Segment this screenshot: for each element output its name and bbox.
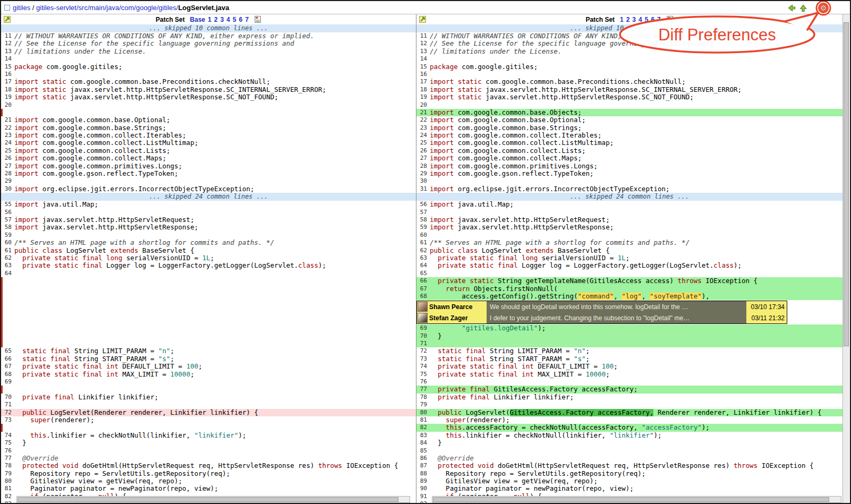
line-number[interactable]: 92 (418, 500, 430, 503)
line-number[interactable]: 61 (418, 239, 430, 246)
line-number[interactable]: 74 (418, 363, 430, 370)
breadcrumb-path-link[interactable]: gitiles-servlet/src/main/java/com/google… (36, 4, 178, 12)
line-number[interactable]: 75 (418, 371, 430, 378)
line-number[interactable]: 11 (3, 32, 14, 40)
line-number[interactable] (3, 293, 14, 300)
h-scrollbar-right[interactable] (432, 496, 841, 503)
line-number[interactable]: 25 (3, 147, 14, 155)
line-number[interactable]: 57 (418, 209, 430, 216)
line-number[interactable]: 13 (3, 48, 14, 55)
line-number[interactable]: 30 (3, 185, 14, 193)
line-number[interactable]: 70 (3, 394, 14, 401)
line-number[interactable]: 31 (418, 185, 430, 193)
line-number[interactable]: 21 (3, 116, 14, 124)
line-number[interactable]: 15 (3, 63, 14, 71)
line-number[interactable]: 86 (418, 455, 430, 462)
line-number[interactable] (3, 315, 14, 323)
line-number[interactable]: 27 (418, 155, 430, 162)
h-scrollbar-left-thumb[interactable] (18, 497, 398, 502)
line-number[interactable]: 89 (418, 477, 430, 485)
line-number[interactable]: 11 (418, 32, 430, 40)
line-number[interactable]: 63 (418, 254, 430, 262)
line-number[interactable] (3, 277, 14, 285)
line-number[interactable]: 67 (3, 363, 14, 370)
comment-summary-row[interactable]: Stefan ZagerI defer to your judgement. C… (417, 312, 787, 323)
line-number[interactable]: 29 (3, 177, 14, 185)
line-number[interactable]: 21 (418, 109, 430, 116)
line-number[interactable]: 69 (418, 324, 430, 332)
line-number[interactable]: 17 (418, 78, 430, 86)
line-number[interactable]: 28 (418, 163, 430, 170)
line-number[interactable]: 71 (3, 401, 14, 408)
line-number[interactable]: 67 (418, 285, 430, 293)
line-number[interactable]: 22 (418, 116, 430, 124)
line-number[interactable]: 12 (418, 40, 430, 47)
download-patch-icon[interactable] (254, 18, 261, 25)
line-number[interactable]: 57 (3, 216, 14, 224)
line-number[interactable]: 65 (3, 347, 14, 355)
breadcrumb-project-link[interactable]: gitiles (13, 4, 30, 12)
download-patch-icon[interactable] (667, 18, 674, 25)
line-number[interactable]: 16 (3, 71, 14, 78)
line-number[interactable]: 82 (418, 424, 430, 431)
line-number[interactable]: 56 (418, 201, 430, 208)
patchset-link-7[interactable]: 7 (245, 16, 249, 23)
line-number[interactable]: 64 (418, 262, 430, 269)
patchset-link-4[interactable]: 4 (226, 16, 230, 23)
line-number[interactable]: 79 (3, 470, 14, 477)
patchset-link-6[interactable]: 6 (239, 16, 243, 23)
line-number[interactable]: 24 (418, 132, 430, 139)
line-number[interactable]: 82 (3, 493, 14, 500)
line-number[interactable]: 76 (418, 378, 430, 386)
expand-column-icon[interactable] (419, 15, 427, 25)
line-number[interactable]: 73 (3, 416, 14, 424)
line-number[interactable]: 26 (418, 147, 430, 155)
patchset-link-2[interactable]: 2 (214, 16, 218, 23)
line-number[interactable]: 24 (3, 139, 14, 147)
line-number[interactable]: 60 (3, 239, 14, 246)
line-number[interactable]: 14 (418, 55, 430, 63)
line-number[interactable]: 61 (3, 247, 14, 254)
line-number[interactable]: 74 (3, 432, 14, 439)
line-number[interactable]: 59 (418, 224, 430, 231)
line-number[interactable]: 81 (418, 416, 430, 424)
patchset-link-3[interactable]: 3 (632, 16, 636, 23)
line-number[interactable]: 81 (3, 485, 14, 492)
line-number[interactable]: 68 (3, 371, 14, 378)
line-number[interactable]: 63 (3, 262, 14, 269)
line-number[interactable]: 76 (3, 447, 14, 455)
line-number[interactable]: 14 (3, 55, 14, 63)
h-scrollbar-left[interactable] (16, 496, 410, 503)
line-number[interactable]: 27 (3, 163, 14, 170)
line-number[interactable]: 70 (418, 332, 430, 340)
skipped-lines-expander[interactable]: ... skipped 24 common lines ... (1, 193, 416, 201)
line-number[interactable]: 59 (3, 232, 14, 239)
line-number[interactable]: 78 (418, 394, 430, 401)
reviewed-checkbox[interactable] (4, 5, 10, 11)
line-number[interactable]: 62 (418, 247, 430, 254)
patchset-link-7[interactable]: 7 (657, 16, 661, 23)
line-number[interactable]: 13 (418, 48, 430, 55)
patchset-link-base[interactable]: Base (190, 16, 206, 23)
patchset-link-4[interactable]: 4 (639, 16, 642, 23)
patchset-link-5[interactable]: 5 (645, 16, 649, 23)
line-number[interactable]: 60 (418, 232, 430, 239)
line-number[interactable]: 58 (3, 224, 14, 231)
line-number[interactable]: 19 (3, 93, 14, 101)
up-to-change-icon[interactable] (798, 3, 808, 13)
v-scrollbar[interactable] (843, 14, 849, 503)
line-number[interactable]: 71 (418, 340, 430, 347)
line-number[interactable]: 22 (3, 124, 14, 132)
line-number[interactable] (3, 109, 14, 116)
line-number[interactable]: 73 (418, 355, 430, 363)
skipped-lines-expander[interactable]: ... skipped 10 common lines ... (416, 24, 843, 32)
line-number[interactable]: 20 (3, 101, 14, 109)
patchset-link-6[interactable]: 6 (651, 16, 654, 23)
patchset-link-3[interactable]: 3 (220, 16, 224, 23)
line-number[interactable]: 56 (3, 209, 14, 216)
line-number[interactable]: 72 (3, 409, 14, 416)
patchset-link-1[interactable]: 1 (620, 16, 624, 23)
line-number[interactable] (3, 300, 14, 307)
line-number[interactable]: 64 (3, 270, 14, 277)
expand-column-icon[interactable] (3, 15, 11, 25)
